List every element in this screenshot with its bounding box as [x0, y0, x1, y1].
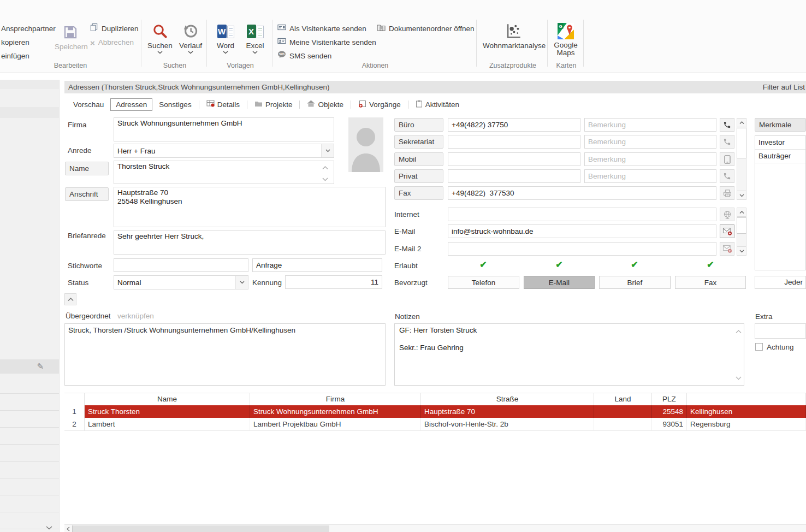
allowed-fax-check[interactable]: ✔: [702, 259, 719, 270]
firma-input[interactable]: [114, 117, 334, 141]
tab-sonstiges[interactable]: Sonstiges: [153, 98, 197, 111]
stichworte-input[interactable]: [114, 258, 248, 272]
phone-scroll-up[interactable]: [737, 118, 746, 127]
name-input[interactable]: [114, 161, 334, 184]
wohnmarktanalyse-button[interactable]: Wohnmarktanalyse: [483, 22, 544, 50]
tab-vorschau[interactable]: Vorschau: [68, 98, 109, 111]
send-sms-button[interactable]: SMS SMS senden: [277, 50, 331, 62]
mobil-field-button[interactable]: Mobil: [394, 152, 443, 166]
privat-input[interactable]: [448, 169, 580, 183]
chevron-down-icon[interactable]: [321, 144, 334, 157]
internet-input[interactable]: [448, 208, 716, 221]
email2-input[interactable]: [448, 242, 716, 256]
cell-plz[interactable]: 25548: [652, 405, 687, 418]
verknuepfen-link[interactable]: verknüpfen: [117, 312, 154, 320]
achtung-checkbox[interactable]: [755, 343, 763, 351]
send-my-vcard-button[interactable]: Meine Visitenkarte senden: [277, 37, 376, 49]
send-vcard-button[interactable]: Als Visitenkarte senden: [277, 23, 366, 35]
merkmal-item[interactable]: Investor: [755, 136, 805, 150]
kennung-input[interactable]: [285, 275, 382, 289]
open-doc-folder-button[interactable]: Dokumentenordner öffnen: [377, 23, 475, 35]
allowed-email-check[interactable]: ✔: [551, 259, 567, 270]
tab-objekte[interactable]: Objekte: [301, 98, 349, 111]
sidebar-edit-row[interactable]: ✎: [0, 359, 59, 374]
col-land[interactable]: Land: [594, 393, 652, 406]
duplicate-button[interactable]: Duplizieren: [90, 23, 139, 35]
anschrift-field-button[interactable]: Anschrift: [65, 187, 109, 201]
sekretariat-remark-input[interactable]: [584, 135, 716, 149]
col-firma[interactable]: Firma: [250, 393, 421, 406]
call-privat-button[interactable]: [720, 169, 734, 183]
save-button[interactable]: Speichern: [55, 23, 86, 51]
privat-field-button[interactable]: Privat: [394, 169, 443, 183]
phone-scrollbar[interactable]: [737, 118, 746, 200]
preferred-telefon-button[interactable]: Telefon: [448, 276, 519, 289]
internet-scroll-up[interactable]: [737, 208, 746, 217]
scroll-thumb[interactable]: [72, 525, 329, 532]
col-plz[interactable]: PLZ: [652, 393, 687, 406]
history-button[interactable]: Verlauf: [176, 22, 205, 54]
anschrift-input[interactable]: [114, 187, 386, 227]
new-email2-button[interactable]: [720, 242, 734, 256]
preferred-brief-button[interactable]: Brief: [599, 276, 671, 289]
phone-scroll-thumb[interactable]: [737, 128, 746, 158]
sekretariat-field-button[interactable]: Sekretariat: [394, 135, 443, 149]
col-strasse[interactable]: Straße: [421, 393, 594, 406]
col-rownum[interactable]: [64, 393, 85, 406]
cell-plz[interactable]: 93051: [652, 418, 687, 431]
cancel-button[interactable]: × Abbrechen: [90, 37, 134, 49]
stichworte2-input[interactable]: [252, 258, 382, 272]
allowed-brief-check[interactable]: ✔: [626, 259, 643, 270]
collapse-section-button[interactable]: [64, 293, 76, 305]
briefanrede-input[interactable]: [114, 230, 386, 255]
sidebar-collapse-chevron[interactable]: [46, 523, 52, 531]
tab-vorgaenge[interactable]: Vorgänge: [353, 98, 406, 111]
buero-remark-input[interactable]: [584, 118, 716, 132]
cell-ort[interactable]: Kellinghusen: [687, 405, 806, 418]
excel-button[interactable]: X Excel: [240, 22, 270, 54]
allowed-telefon-check[interactable]: ✔: [475, 259, 491, 270]
horizontal-scrollbar[interactable]: [64, 524, 806, 532]
cell-ort[interactable]: Regensburg: [687, 418, 806, 431]
uebergeordnet-list[interactable]: Struck, Thorsten /Struck Wohnungsunterne…: [64, 323, 386, 386]
name-field-button[interactable]: Name: [65, 162, 109, 175]
cell-land[interactable]: [594, 418, 652, 431]
new-email-button[interactable]: [720, 224, 734, 238]
cell-name[interactable]: Lambert: [85, 418, 250, 431]
buero-field-button[interactable]: Büro: [394, 118, 443, 132]
extra-input[interactable]: [755, 323, 806, 339]
col-ort[interactable]: [687, 393, 806, 406]
open-website-button[interactable]: [720, 208, 734, 221]
preferred-email-button[interactable]: E-Mail: [524, 276, 595, 289]
name-scroll-down[interactable]: [322, 175, 328, 183]
avatar[interactable]: [348, 117, 383, 172]
notizen-input[interactable]: [396, 325, 729, 383]
ansprechpartner-button[interactable]: Ansprechpartner: [1, 23, 56, 35]
buero-input[interactable]: [448, 118, 580, 132]
merkmal-item[interactable]: Bauträger: [755, 150, 805, 163]
phone-scroll-down[interactable]: [737, 191, 746, 200]
col-name[interactable]: Name: [85, 393, 250, 406]
google-maps-button[interactable]: G Google Maps: [550, 22, 581, 57]
search-button[interactable]: Suchen: [145, 22, 175, 54]
table-row[interactable]: 1 Struck Thorsten Struck Wohnungsunterne…: [64, 405, 806, 418]
call-sekretariat-button[interactable]: [720, 135, 734, 149]
cell-strasse[interactable]: Hauptstraße 70: [421, 405, 594, 418]
cell-firma[interactable]: Struck Wohnungsunternehmen GmbH: [250, 405, 421, 418]
word-button[interactable]: W Word: [211, 22, 240, 54]
internet-scroll-thumb[interactable]: [737, 217, 746, 234]
tab-aktivitaeten[interactable]: Aktivitäten: [410, 98, 465, 111]
chevron-down-icon[interactable]: [235, 276, 248, 289]
cell-name[interactable]: Struck Thorsten: [85, 405, 250, 418]
tab-details[interactable]: Details: [201, 98, 245, 111]
internet-scrollbar[interactable]: [737, 208, 746, 256]
call-buero-button[interactable]: [720, 118, 734, 132]
einfuegen-button[interactable]: einfügen: [1, 50, 29, 62]
merkmale-list[interactable]: Investor Bauträger: [755, 135, 806, 270]
mobil-remark-input[interactable]: [584, 152, 716, 166]
status-select[interactable]: Normal: [114, 275, 248, 289]
tab-projekte[interactable]: Projekte: [249, 98, 298, 111]
notes-scroll-down[interactable]: [736, 374, 742, 382]
cell-strasse[interactable]: Bischof-von-Henle-Str. 2b: [421, 418, 594, 431]
tab-adressen[interactable]: Adressen: [110, 98, 152, 111]
